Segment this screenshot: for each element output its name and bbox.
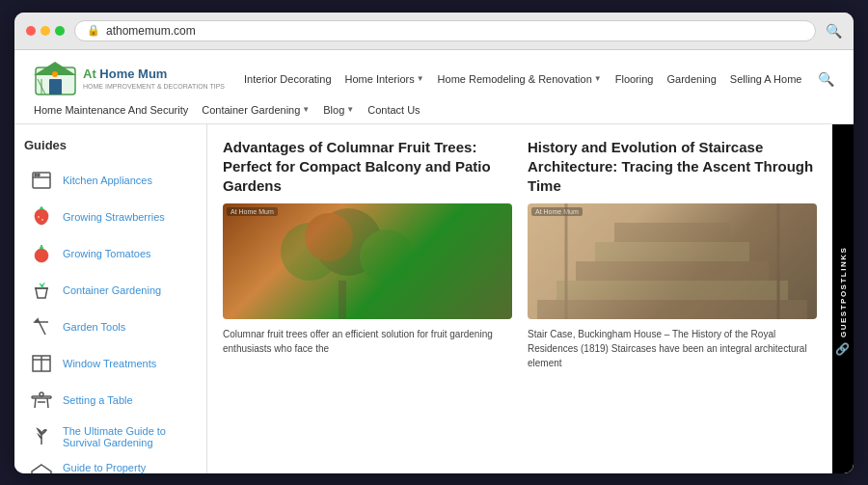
svg-line-23 [47,398,48,408]
gpl-icon: 🔗 [836,340,850,357]
sidebar-label-garden-tools: Garden Tools [63,321,125,333]
sidebar-item-survival-gardening[interactable]: The Ultimate Guide to Survival Gardening [24,418,197,455]
logo-mum: Mum [138,67,167,81]
svg-rect-38 [614,223,730,242]
nav-gardening[interactable]: Gardening [666,73,716,85]
svg-rect-36 [576,261,769,281]
right-band-label: GUESTPOSTLINKS [839,246,848,337]
logo-text-container: At Home Mum HOME IMPROVEMENT & DECORATIO… [83,67,225,92]
sidebar-label-survival: The Ultimate Guide to Survival Gardening [63,425,193,448]
dropdown-arrow: ▼ [346,105,354,114]
sidebar-item-setting-table[interactable]: Setting a Table [24,382,197,418]
nav-links-row2: Home Maintenance And Security Container … [34,104,834,123]
nav-selling[interactable]: Selling A Home [730,73,802,85]
svg-rect-2 [49,79,62,94]
logo-at: At [83,67,99,81]
dropdown-arrow: ▼ [417,74,424,83]
kitchen-appliances-icon [28,167,55,194]
sidebar-label-strawberries: Growing Strawberries [63,211,165,223]
nav-home-remodeling[interactable]: Home Remodeling & Renovation ▼ [438,73,602,85]
dropdown-arrow: ▼ [302,105,310,114]
svg-point-32 [305,213,353,261]
window-treatments-icon [28,350,55,377]
sidebar-item-container-gardening[interactable]: Container Gardening [24,272,197,309]
sidebar-item-growing-strawberries[interactable]: Growing Strawberries [24,199,197,235]
setting-table-icon [28,387,55,414]
sidebar-label-kitchen: Kitchen Appliances [63,175,152,186]
sidebar-label-container: Container Gardening [63,284,161,296]
article-card-2: History and Evolution of Staircase Archi… [528,138,817,371]
right-band-content: 🔗 GUESTPOSTLINKS [836,246,850,357]
strawberries-icon [28,203,55,230]
nav-links-row1: Interior Decorating Home Interiors ▼ Hom… [244,71,834,87]
sidebar-item-window-treatments[interactable]: Window Treatments [24,345,197,382]
sidebar-label-tomatoes: Growing Tomatoes [63,248,151,259]
sidebar: Guides Kitchen Appliances [14,124,207,473]
right-band[interactable]: 🔗 GUESTPOSTLINKS [832,124,854,473]
logo-area[interactable]: At Home Mum HOME IMPROVEMENT & DECORATIO… [34,60,225,98]
address-text: athomemum.com [106,24,196,38]
logo-icon [34,60,77,98]
browser-chrome: 🔒 athomemum.com 🔍 [14,13,854,50]
sidebar-item-garden-tools[interactable]: Garden Tools [24,309,197,345]
dot-green[interactable] [55,26,65,36]
svg-point-12 [35,249,48,262]
logo-brand: At Home Mum [83,67,225,82]
svg-rect-34 [537,300,807,319]
svg-point-24 [40,392,43,396]
sidebar-label-windows: Window Treatments [63,358,156,369]
logo-home: Home [99,67,138,81]
nav-interior-decorating[interactable]: Interior Decorating [244,73,332,85]
article-card-1: Advantages of Columnar Fruit Trees: Perf… [223,138,512,371]
sidebar-title: Guides [24,138,197,152]
svg-rect-37 [595,242,749,261]
svg-rect-35 [556,281,788,300]
article-image-1[interactable]: At Home Mum [223,203,512,319]
logo-subtext: HOME IMPROVEMENT & DECORATION TIPS [83,83,225,91]
svg-point-31 [360,229,414,283]
dot-yellow[interactable] [41,26,50,36]
lock-icon: 🔒 [87,24,100,37]
article-excerpt-2: Stair Case, Buckingham House – The Histo… [528,327,817,370]
survival-gardening-icon [28,423,55,450]
sidebar-item-growing-tomatoes[interactable]: Growing Tomatoes [24,235,197,272]
svg-marker-26 [32,465,51,473]
sidebar-label-property: Guide to Property Inspections [63,462,193,473]
sidebar-item-kitchen-appliances[interactable]: Kitchen Appliances [24,162,197,199]
site-wrapper: At Home Mum HOME IMPROVEMENT & DECORATIO… [14,50,854,473]
svg-point-11 [41,219,43,221]
nav-flooring[interactable]: Flooring [615,73,654,85]
nav-row1: At Home Mum HOME IMPROVEMENT & DECORATIO… [34,50,834,104]
sidebar-label-table: Setting a Table [63,394,133,406]
garden-tools-icon [28,313,55,340]
tomatoes-icon [28,240,55,267]
article-title-1[interactable]: Advantages of Columnar Fruit Trees: Perf… [223,138,512,197]
article-image-2[interactable]: At Home Mum [528,203,817,319]
dropdown-arrow: ▼ [594,74,602,83]
articles-grid: Advantages of Columnar Fruit Trees: Perf… [223,138,817,371]
nav-container-gardening[interactable]: Container Gardening ▼ [202,104,310,116]
top-nav: At Home Mum HOME IMPROVEMENT & DECORATIO… [14,50,854,124]
nav-home-interiors[interactable]: Home Interiors ▼ [345,73,424,85]
browser-search-button[interactable]: 🔍 [826,23,842,39]
svg-rect-33 [339,281,346,319]
article-title-2[interactable]: History and Evolution of Staircase Archi… [528,138,817,197]
property-icon [28,460,55,473]
svg-point-8 [35,174,37,175]
browser-dots [26,26,65,36]
svg-point-9 [38,174,40,175]
browser-window: 🔒 athomemum.com 🔍 [14,13,854,473]
svg-line-22 [35,398,36,408]
nav-contact-us[interactable]: Contact Us [367,104,420,116]
nav-blog[interactable]: Blog ▼ [323,104,354,116]
nav-home-maintenance[interactable]: Home Maintenance And Security [34,104,188,116]
content-area: Advantages of Columnar Fruit Trees: Perf… [207,124,832,473]
main-area: Guides Kitchen Appliances [14,124,854,473]
article-excerpt-1: Columnar fruit trees offer an efficient … [223,327,512,356]
svg-point-3 [52,71,58,77]
dot-red[interactable] [26,26,36,36]
nav-search-icon[interactable]: 🔍 [818,71,834,87]
address-bar[interactable]: 🔒 athomemum.com [74,20,816,41]
sidebar-item-property-inspections[interactable]: Guide to Property Inspections [24,455,197,473]
svg-point-10 [38,216,40,218]
